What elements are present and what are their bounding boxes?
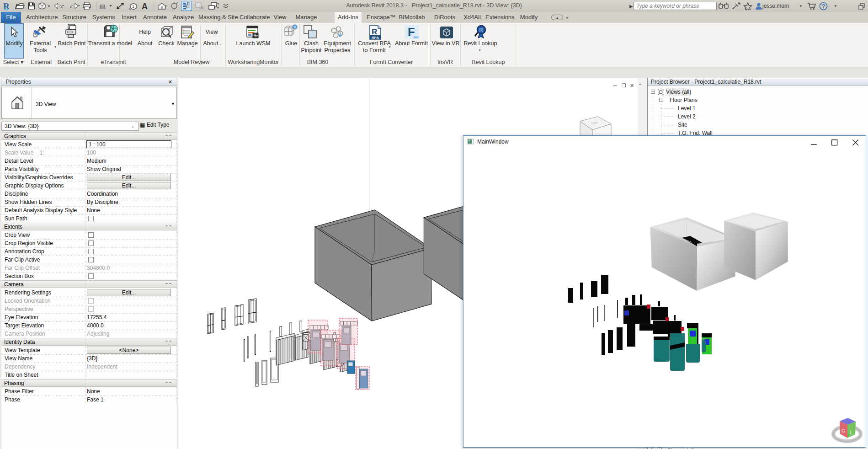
- svg-text:L: L: [850, 430, 853, 435]
- svg-text:G: G: [841, 428, 846, 433]
- svg-text:R: R: [479, 27, 484, 33]
- svg-text:RFA: RFA: [372, 36, 379, 40]
- svg-text:R: R: [372, 27, 377, 36]
- svg-text:PRO: PRO: [414, 36, 419, 39]
